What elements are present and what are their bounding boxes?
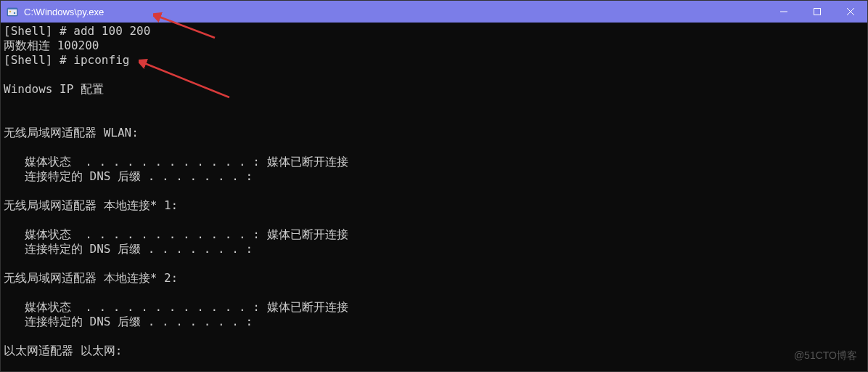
svg-rect-1 <box>8 9 17 15</box>
window-title: C:\Windows\py.exe <box>24 7 767 17</box>
window-controls <box>767 1 867 23</box>
app-icon <box>7 6 18 17</box>
titlebar[interactable]: C:\Windows\py.exe <box>1 1 867 23</box>
close-button[interactable] <box>834 1 867 23</box>
watermark: @51CTO博客 <box>794 349 857 363</box>
minimize-button[interactable] <box>767 1 801 23</box>
console-window: C:\Windows\py.exe [Shell] # add 100 200 … <box>0 0 868 372</box>
svg-rect-5 <box>814 9 821 15</box>
svg-point-3 <box>14 12 15 14</box>
svg-point-2 <box>9 11 11 12</box>
terminal-output[interactable]: [Shell] # add 100 200 两数相连 100200 [Shell… <box>1 23 867 371</box>
maximize-button[interactable] <box>801 1 834 23</box>
